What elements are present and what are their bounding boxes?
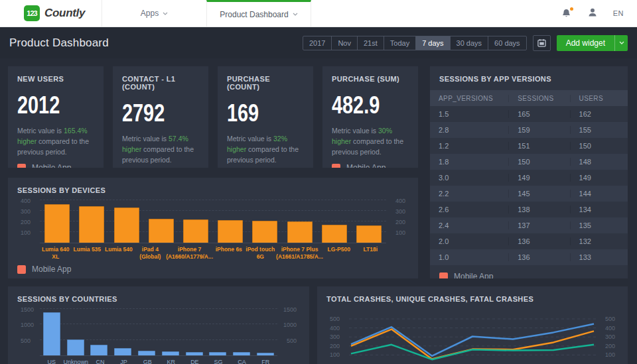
metric-percent: 165.4% higher: [17, 127, 88, 145]
bar-us[interactable]: [43, 312, 60, 355]
table-cell: 1.5: [430, 110, 509, 118]
bar-lt18i[interactable]: [356, 225, 382, 243]
date-option-nov[interactable]: Nov: [331, 36, 357, 50]
table-row[interactable]: 1.2151150: [430, 138, 628, 154]
x-axis-label: iPad 4 (Global): [135, 246, 167, 260]
table-cell: 159: [509, 126, 570, 134]
column-header[interactable]: USERS: [571, 95, 628, 102]
y-axis-tick: 100: [21, 229, 31, 236]
x-axis-label: LG-P500: [323, 246, 355, 260]
calendar-icon: [537, 38, 546, 47]
bar-sg[interactable]: [209, 352, 226, 355]
table-header-row: APP_VERSIONSSESSIONSUSERS: [430, 90, 628, 106]
table-row[interactable]: 2.0136132: [430, 233, 628, 249]
navbar-spacer: [311, 0, 561, 27]
bar-jp[interactable]: [114, 348, 131, 355]
table-cell: 150: [571, 142, 628, 150]
table-cell: 2.2: [430, 190, 509, 198]
date-option-60-days[interactable]: 60 days: [488, 36, 526, 50]
y-axis-tick: 500: [287, 337, 297, 344]
x-axis-label: iPhone 7 Plus (A1661/A1785/A...: [276, 246, 323, 260]
add-widget-label: Add widget: [557, 35, 614, 51]
date-option-today[interactable]: Today: [384, 36, 415, 50]
bar-kr[interactable]: [162, 351, 179, 355]
bar-de[interactable]: [186, 352, 203, 355]
bar-ca[interactable]: [233, 352, 250, 355]
x-axis-label: US: [40, 359, 64, 364]
y-axis-tick: 1000: [21, 322, 34, 328]
table-row[interactable]: 2.2145144: [430, 186, 628, 202]
bar-lg-p500[interactable]: [322, 225, 347, 243]
add-widget-button[interactable]: Add widget: [557, 35, 628, 51]
table-cell: 133: [571, 253, 628, 261]
add-widget-dropdown[interactable]: [614, 35, 628, 51]
language-selector[interactable]: EN: [613, 9, 624, 17]
bar-iphone-7[interactable]: [183, 219, 208, 243]
table-row[interactable]: 1.8150148: [430, 154, 628, 170]
table-cell: 162: [571, 110, 628, 118]
bar-iphone-6s[interactable]: [218, 220, 243, 243]
date-option-21st[interactable]: 21st: [357, 36, 384, 50]
series-unique-crashes[interactable]: [351, 330, 594, 359]
bar-slot: [206, 310, 230, 355]
table-row[interactable]: 2.6138134: [430, 202, 628, 217]
series-total-crashes[interactable]: [351, 324, 594, 356]
calendar-button[interactable]: [533, 35, 551, 51]
column-header[interactable]: APP_VERSIONS: [430, 95, 509, 102]
table-cell: 2.0: [430, 237, 509, 245]
bar-fr[interactable]: [257, 353, 274, 355]
bar-lumia-540[interactable]: [114, 208, 139, 243]
countly-logo[interactable]: 123 Countly: [0, 0, 102, 27]
table-cell: 165: [509, 110, 570, 118]
bar-lumia-640-xl[interactable]: [44, 204, 70, 243]
legend-mobile-app: Mobile App: [17, 265, 409, 274]
bars: [40, 310, 277, 355]
countly-logo-icon: 123: [24, 5, 40, 21]
bar-slot: [40, 310, 64, 355]
bar-slot: [88, 310, 111, 355]
bar-slot: [248, 201, 282, 243]
metric-card-new-users: NEW USERS2012Metric value is 165.4% high…: [8, 66, 104, 168]
bar-chart-plot-area: 5005001000100015001500: [17, 310, 300, 356]
column-header[interactable]: SESSIONS: [509, 95, 570, 102]
bar-slot: [178, 201, 213, 243]
y-axis-tick: 200: [605, 343, 615, 349]
bar-unknown[interactable]: [67, 339, 84, 355]
table-row[interactable]: 1.0136133: [430, 249, 628, 265]
chevron-down-icon: [619, 41, 624, 44]
metric-percent: 57.4% higher: [122, 135, 188, 153]
bar-ipod-touch-6g[interactable]: [252, 221, 277, 243]
metric-card-contact-l1-count-: CONTACT - L1 (COUNT)2792Metric value is …: [113, 66, 208, 168]
sessions-by-devices-panel: SESSIONS BY DEVICES 10010020020030030040…: [8, 178, 418, 278]
bar-iphone-7-plus[interactable]: [287, 221, 313, 243]
date-option-2017[interactable]: 2017: [303, 36, 331, 50]
notifications-bell-icon[interactable]: [561, 8, 572, 19]
bar-lumia-535[interactable]: [79, 206, 104, 243]
tab-product-dashboard[interactable]: Product Dashboard: [206, 0, 311, 27]
sessions-by-countries-panel: SESSIONS BY COUNTRIES 500500100010001500…: [8, 286, 309, 364]
bar-ipad-4-global-[interactable]: [149, 219, 174, 243]
date-option-7-days[interactable]: 7 days: [415, 36, 449, 50]
bar-slot: [230, 310, 253, 355]
bar-slot: [40, 201, 74, 243]
table-cell: 2.4: [430, 221, 509, 229]
x-axis-label: CN: [88, 359, 112, 364]
series-fatal-crashes[interactable]: [351, 345, 594, 359]
table-cell: 132: [571, 237, 628, 245]
y-axis-tick: 400: [395, 198, 405, 204]
apps-menu[interactable]: Apps: [102, 0, 206, 27]
bar-cn[interactable]: [90, 345, 107, 355]
date-option-30-days[interactable]: 30 days: [450, 36, 488, 50]
metric-description: Metric value is 165.4% higher compared t…: [17, 126, 96, 157]
user-profile-icon[interactable]: [588, 7, 597, 20]
bar-gb[interactable]: [138, 351, 155, 355]
gridline: [40, 308, 277, 309]
table-row[interactable]: 1.5165162: [430, 106, 628, 122]
x-axis-label: KR: [159, 359, 183, 364]
table-row[interactable]: 2.4137135: [430, 217, 628, 233]
table-row[interactable]: 2.8159155: [430, 122, 628, 138]
table-row[interactable]: 3.0149149: [430, 170, 628, 186]
legend-color-swatch: [439, 273, 448, 279]
metric-percent: 32% higher: [227, 135, 287, 153]
gridline: [40, 200, 386, 200]
